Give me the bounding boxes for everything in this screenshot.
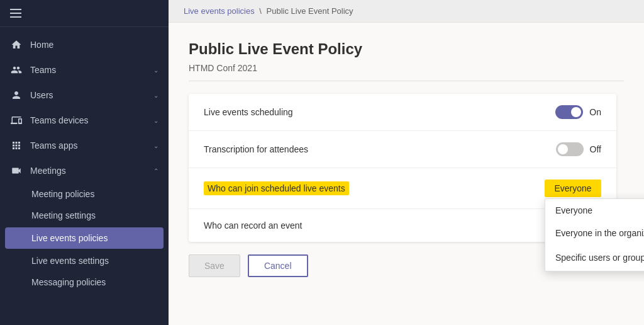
hamburger-menu[interactable] [10,9,21,18]
cancel-button[interactable]: Cancel [248,254,308,277]
sidebar-item-messaging-policies[interactable]: Messaging policies [0,271,169,293]
home-icon [10,38,23,51]
scheduling-label: Live events scheduling [204,107,555,117]
meetings-icon [10,164,23,177]
transcription-toggle[interactable] [556,142,584,156]
policy-name: HTMD Conf 2021 [189,63,624,81]
dropdown-option-everyone[interactable]: Everyone [545,199,644,222]
breadcrumb: Live events policies \ Public Live Event… [169,0,644,23]
who-can-join-dropdown-wrapper: Everyone Everyone Everyone in the organi… [545,180,601,197]
breadcrumb-separator: \ [257,6,264,16]
sidebar-item-teams-devices-label: Teams devices [30,115,146,125]
dropdown-option-specific-users[interactable]: Specific users or groups [545,244,644,271]
devices-icon [10,114,23,127]
settings-row-scheduling: Live events scheduling On [189,94,616,131]
sidebar: Home Teams ⌄ Users ⌄ Teams devices ⌄ [0,0,169,325]
sidebar-item-teams-apps-label: Teams apps [30,140,146,151]
devices-chevron: ⌄ [153,117,158,124]
sidebar-item-meetings-label: Meetings [30,166,146,176]
who-can-join-value: Everyone Everyone Everyone in the organi… [545,180,601,197]
who-can-join-dropdown[interactable]: Everyone [545,180,601,197]
who-can-join-highlight: Who can join scheduled live events [204,181,349,195]
users-icon [10,89,23,101]
scheduling-value: On [555,105,601,119]
who-can-record-label: Who can record an event [204,220,601,231]
users-chevron: ⌄ [153,92,158,99]
sidebar-item-users[interactable]: Users ⌄ [0,83,169,108]
page-area: Public Live Event Policy HTMD Conf 2021 … [169,23,644,325]
sidebar-item-meetings[interactable]: Meetings ⌃ [0,158,169,183]
teams-icon [10,64,23,76]
apps-chevron: ⌄ [153,142,158,149]
settings-row-transcription: Transcription for attendees Off [189,131,616,168]
main-content: Live events policies \ Public Live Event… [169,0,644,325]
sidebar-item-teams[interactable]: Teams ⌄ [0,57,169,83]
dropdown-option-everyone-org[interactable]: Everyone in the organization [545,222,644,244]
who-can-join-label: Who can join scheduled live events [204,183,545,193]
sidebar-nav: Home Teams ⌄ Users ⌄ Teams devices ⌄ [0,27,169,325]
save-button[interactable]: Save [189,254,240,277]
breadcrumb-current: Public Live Event Policy [267,6,353,16]
settings-row-who-can-join: Who can join scheduled live events Every… [189,168,616,209]
transcription-toggle-label: Off [590,144,601,154]
sidebar-item-meeting-settings[interactable]: Meeting settings [0,205,169,226]
sidebar-item-live-events-policies[interactable]: Live events policies [5,227,164,249]
sidebar-item-users-label: Users [30,90,146,100]
sidebar-header [0,0,169,27]
sidebar-item-teams-apps[interactable]: Teams apps ⌄ [0,133,169,158]
meetings-chevron: ⌃ [153,168,158,174]
sidebar-item-live-events-settings[interactable]: Live events settings [0,250,169,271]
scheduling-toggle[interactable] [555,105,583,119]
breadcrumb-parent[interactable]: Live events policies [184,6,255,16]
scheduling-toggle-label: On [589,107,601,117]
apps-icon [10,139,23,152]
teams-chevron: ⌄ [153,67,158,74]
settings-card: Live events scheduling On Transcription … [189,94,616,242]
transcription-value: Off [556,142,601,156]
sidebar-item-home-label: Home [30,40,158,50]
dropdown-menu: Everyone Everyone in the organization Sp… [545,198,644,271]
sidebar-item-teams-label: Teams [30,65,146,75]
sidebar-item-home[interactable]: Home [0,32,169,57]
page-title: Public Live Event Policy [189,40,624,58]
transcription-label: Transcription for attendees [204,144,556,154]
sidebar-item-teams-devices[interactable]: Teams devices ⌄ [0,108,169,133]
sidebar-item-meeting-policies[interactable]: Meeting policies [0,183,169,205]
